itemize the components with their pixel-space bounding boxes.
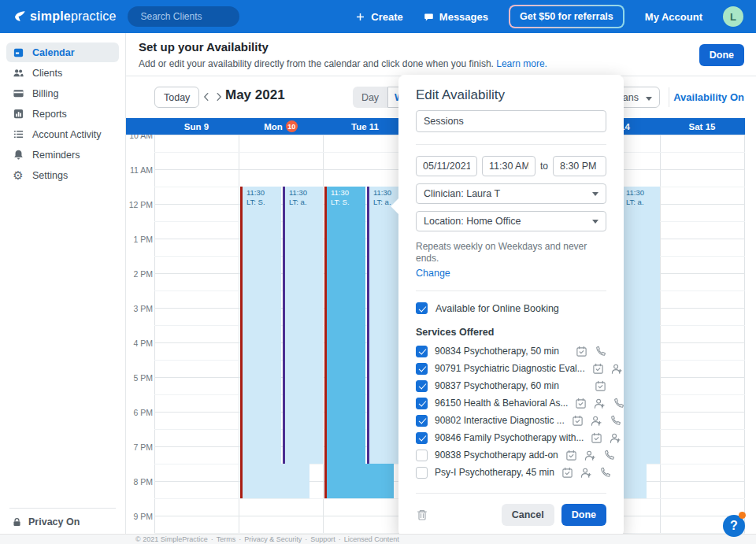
sidebar-item-reminders[interactable]: Reminders [0,145,125,165]
availability-block[interactable]: 11:30 LT: a. [283,187,323,464]
service-row: 90838 Psychotherapy add-on [416,446,606,464]
availability-block[interactable]: 11:30 LT: a. [620,187,660,464]
time-label: 3 PM [128,304,153,313]
client-search[interactable] [128,6,239,27]
date-input[interactable] [416,156,477,176]
day-header-sat: Sat 15 [660,118,744,135]
hummingbird-icon [13,9,27,24]
sidebar: Calendar Clients Billing Reports Account… [0,33,126,534]
start-time-input[interactable] [482,156,536,176]
simplepractice-logo[interactable]: simplepractice [13,9,117,24]
service-icons [575,398,624,409]
sidebar-item-calendar[interactable]: Calendar [6,43,119,62]
plus-icon [355,12,365,22]
sidebar-item-reports[interactable]: Reports [0,104,125,124]
time-label: 4 PM [128,339,153,348]
online-booking-checkbox[interactable] [416,302,428,314]
change-repeat-link[interactable]: Change [416,268,606,279]
service-checkbox[interactable] [416,346,428,357]
person-add-icon [594,398,606,409]
page-subtitle: Add or edit your availability directly f… [139,58,547,69]
service-checkbox[interactable] [416,363,428,375]
chevron-left-icon [201,91,212,102]
delete-availability-button[interactable] [416,509,428,521]
modal-divider [416,493,606,494]
day-header-sun: Sun 9 [154,118,239,135]
service-checkbox[interactable] [416,432,428,444]
service-label: 90846 Family Psychotherapy with... [435,432,584,443]
online-booking-label: Available for Online Booking [435,303,559,314]
service-checkbox[interactable] [416,450,428,461]
location-select[interactable]: Location: Home Office [416,211,606,231]
messages-button[interactable]: Messages [424,11,488,23]
bell-icon [12,149,24,161]
phone-icon [599,467,611,479]
footer-link-support[interactable]: Support [302,535,335,543]
time-label: 11 AM [128,165,153,175]
create-button[interactable]: Create [355,11,402,23]
service-checkbox[interactable] [416,380,428,392]
availability-name-input[interactable] [416,110,606,132]
service-row: 90846 Family Psychotherapy with... [416,429,606,446]
time-label: 7 PM [128,442,153,452]
next-week-button[interactable] [211,89,227,105]
day-header-mon: Mon10 [239,118,323,135]
sidebar-item-clients[interactable]: Clients [0,63,125,83]
reports-chart-icon [12,108,24,120]
service-checkbox[interactable] [416,398,428,409]
modal-divider [416,144,606,145]
avatar[interactable]: L [723,6,743,27]
availability-block-selected[interactable]: 11:30 LT: S. [324,187,365,498]
sidebar-item-settings[interactable]: ⚙ Settings [0,165,125,185]
edit-availability-modal: Edit Availability to Clinician: Laura T … [398,75,624,537]
privacy-toggle[interactable]: Privacy On [12,516,80,527]
time-label: 2 PM [128,269,153,279]
gear-icon: ⚙ [12,169,24,182]
person-add-icon [584,450,596,461]
sidebar-item-account-activity[interactable]: Account Activity [0,124,125,144]
chevron-down-icon [592,192,598,196]
person-add-icon [610,432,621,444]
lock-icon [12,516,22,527]
app-window: simplepractice Create Messages Get $50 f… [0,0,756,544]
availability-toggle-link[interactable]: Availability On [673,91,744,103]
view-day-tab[interactable]: Day [353,87,387,108]
search-input[interactable] [141,11,263,22]
my-account-button[interactable]: My Account [645,11,702,23]
time-label: 12 PM [128,200,153,209]
cancel-button[interactable]: Cancel [502,504,554,526]
clinician-select[interactable]: Clinician: Laura T [416,183,606,204]
learn-more-link[interactable]: Learn more. [496,58,547,69]
service-icons [572,415,621,427]
end-time-input[interactable] [553,156,606,176]
modal-done-button[interactable]: Done [561,504,606,526]
service-row: Psy-I Psychotherapy, 45 min [416,464,606,481]
calendar-check-icon [576,346,587,357]
service-label: 90802 Interactive Diagnostic ... [435,415,565,426]
service-label: 90791 Psychiatric Diagnostic Eval... [435,363,585,374]
footer-link-privacy[interactable]: Privacy & Security [235,535,302,543]
calendar-check-icon [561,467,573,479]
service-label: 90834 Psychotherapy, 50 min [435,346,559,357]
service-label: 96150 Health & Behavioral As... [435,398,568,409]
banner-done-button[interactable]: Done [699,44,744,66]
person-add-icon [611,363,623,375]
calendar-check-icon [592,363,604,375]
calendar-check-icon [595,380,606,392]
sidebar-item-billing[interactable]: Billing [0,83,125,103]
service-checkbox[interactable] [416,467,428,479]
service-icons [592,363,623,375]
service-checkbox[interactable] [416,415,428,427]
logo-text-bold: simple [30,9,71,23]
sidebar-item-label: Reminders [32,150,80,161]
footer-link-licensed[interactable]: Licensed Content [335,535,399,543]
services-list: 90834 Psychotherapy, 50 min 90791 Psychi… [416,342,606,481]
top-navbar: simplepractice Create Messages Get $50 f… [0,0,756,33]
referral-button[interactable]: Get $50 for referrals [509,5,624,28]
today-button[interactable]: Today [154,87,199,108]
time-label: 9 PM [128,512,153,521]
phone-icon [613,398,624,409]
copyright: © 2021 SimplePractice [135,535,208,543]
availability-block[interactable]: 11:30 LT: S. [240,187,281,498]
footer-link-terms[interactable]: Terms [208,535,236,543]
